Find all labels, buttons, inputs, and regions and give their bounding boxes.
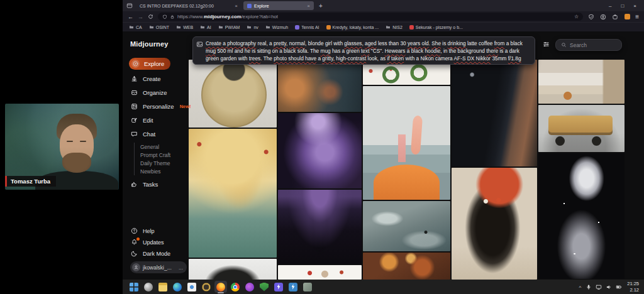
sidebar-item-dark-mode[interactable]: Dark Mode [130, 248, 189, 259]
addon-orange-icon[interactable] [623, 13, 631, 21]
artwork-coin-sheep[interactable] [189, 60, 277, 128]
artwork-camper-woman[interactable] [278, 60, 362, 112]
tab-close-icon[interactable]: × [235, 3, 238, 9]
sidebar-item-help[interactable]: Help [130, 226, 189, 236]
tray-expand-icon[interactable]: ^ [579, 285, 581, 290]
taskbar-store-icon[interactable] [186, 281, 198, 293]
taskbar-firefox-icon[interactable] [214, 281, 227, 293]
main-content: Create a photography real, a pretty, nor… [189, 31, 644, 280]
reload-icon[interactable] [148, 14, 153, 19]
taskbar-clock[interactable]: 21:25 2.12 [627, 281, 639, 293]
sidebar-item-chat[interactable]: Chat [130, 127, 189, 141]
bookmark-web[interactable]: WEB [176, 24, 193, 30]
tray-speaker-icon[interactable] [605, 283, 612, 290]
artwork-tan-truck[interactable] [538, 105, 625, 152]
sidebar-item-label: Help [143, 228, 155, 234]
artwork-dark-head[interactable] [189, 259, 277, 280]
tray-mic-icon[interactable] [585, 283, 592, 290]
tab-close-icon[interactable]: × [307, 3, 310, 9]
bookmark-label: OSINT [156, 25, 169, 30]
tray-icons [585, 283, 622, 290]
sidebar-item-edit[interactable]: Edit [130, 113, 189, 127]
taskbar-edge-icon[interactable] [171, 281, 184, 293]
sidebar-subitem-prompt-craft[interactable]: Prompt Craft [140, 151, 189, 159]
sidebar-subitem-general[interactable]: General [140, 143, 189, 151]
artwork-crystal-robot[interactable] [538, 153, 625, 279]
menu-icon[interactable]: ≡ [635, 13, 639, 20]
artwork-black-cat-art[interactable] [452, 168, 537, 280]
sidebar-item-label: Organize [143, 89, 167, 96]
artwork-police-officer[interactable] [452, 60, 537, 166]
sidebar-item-explore[interactable]: Explore [129, 58, 170, 70]
sidebar-subitem-daily-theme[interactable]: Daily Theme [140, 159, 189, 167]
minimize-button[interactable]: – [609, 3, 611, 9]
firefox-view-icon[interactable] [125, 2, 133, 10]
grid-column [278, 60, 362, 280]
image-icon[interactable] [193, 37, 206, 64]
artwork-purple-silhouette[interactable] [278, 190, 362, 264]
dark-mode-icon [130, 249, 138, 258]
extension-shield-icon[interactable] [587, 13, 595, 21]
taskbar-shield-icon[interactable] [258, 281, 270, 293]
prompt-input[interactable]: Create a photography real, a pretty, nor… [206, 37, 535, 64]
tray-monitor-icon[interactable] [595, 283, 602, 290]
taskbar-bolt-purple-icon[interactable] [272, 281, 285, 293]
taskbar-explorer-icon[interactable] [157, 281, 169, 293]
image-grid [189, 60, 626, 280]
artwork-purple-monster[interactable] [278, 113, 362, 188]
account-icon[interactable] [599, 13, 607, 21]
url-bar[interactable]: https://www.midjourney.com/explore?tab=h… [158, 13, 583, 21]
bookmark-nis2[interactable]: NIS2 [386, 24, 402, 30]
forward-icon[interactable]: → [138, 14, 143, 20]
taskbar-chrome-icon[interactable] [229, 281, 242, 293]
bookmark-wizmuh[interactable]: Wizmuh [265, 24, 288, 30]
extensions-puzzle-icon[interactable] [611, 13, 619, 21]
sidebar-item-create[interactable]: Create [130, 72, 189, 85]
artwork-art-nouveau-woman[interactable] [189, 129, 277, 258]
sidebar-item-updates[interactable]: Updates [130, 237, 189, 248]
bookmark-nv[interactable]: nv [247, 24, 258, 30]
artwork-modern-interior[interactable] [538, 60, 625, 104]
tracking-shield-icon [162, 14, 167, 19]
sidebar-subitem-newbies[interactable]: Newbies [140, 167, 189, 175]
sidebar-item-tasks[interactable]: Tasks [130, 177, 189, 191]
artwork-pink-surfer[interactable] [363, 86, 450, 200]
taskbar-search-icon[interactable] [142, 281, 155, 293]
bookmarks-bar: CAOSINTWEBAIPWIAMnvWizmuhTennis AIKredyt… [123, 22, 644, 31]
tab-deepfakes[interactable]: CS INTRO DEEPFAKES 02.12g20:00 × [136, 1, 242, 10]
tab-explore[interactable]: Explore × [243, 1, 314, 10]
search-box[interactable]: Search [555, 39, 622, 51]
filters-icon[interactable] [541, 39, 551, 49]
bookmark-sekurak-piszemy-o-b[interactable]: Sekurak - piszemy o b... [409, 25, 463, 30]
artwork-stormy-wolf[interactable] [363, 201, 450, 251]
sidebar-item-organize[interactable]: Organize [130, 85, 189, 99]
tray-battery-icon[interactable] [615, 283, 622, 290]
taskbar-start-icon[interactable] [128, 281, 140, 293]
webcam-name-tag: Tomasz Turba [5, 176, 56, 187]
user-more-icon[interactable]: ... [179, 264, 183, 271]
grid-column [452, 60, 537, 280]
taskbar-coin-icon[interactable] [200, 281, 213, 293]
bookmark-ca[interactable]: CA [129, 24, 142, 30]
bookmark-pwiam[interactable]: PWIAM [218, 24, 240, 30]
bookmark-ai[interactable]: AI [200, 24, 211, 30]
user-menu[interactable]: jkowalski_... ... [130, 261, 187, 273]
artwork-autumn-leaves[interactable] [363, 253, 450, 280]
bookmark-osint[interactable]: OSINT [149, 24, 169, 30]
sidebar-item-personalize[interactable]: PersonalizeNew! [130, 99, 189, 113]
grid-column [538, 60, 625, 280]
taskbar-badge-icon[interactable] [243, 281, 256, 293]
taskbar-pen-icon[interactable] [301, 281, 314, 293]
taskbar-bolt-blue-icon[interactable] [287, 281, 299, 293]
new-tab-button[interactable]: + [319, 3, 323, 9]
maximize-button[interactable]: □ [621, 3, 624, 9]
bookmark-tennis-ai[interactable]: Tennis AI [295, 25, 319, 30]
folder-icon [265, 24, 270, 30]
bookmark-star-icon[interactable]: ☆ [574, 14, 579, 19]
folder-icon [200, 24, 205, 30]
artwork-cute-illustration[interactable] [278, 265, 362, 280]
bookmark-kredyty-lokaty-konta[interactable]: Kredyty, lokaty, konta ... [326, 25, 379, 30]
back-icon[interactable]: ← [128, 14, 133, 20]
close-button[interactable]: × [633, 3, 636, 9]
new-badge: New! [180, 104, 191, 109]
